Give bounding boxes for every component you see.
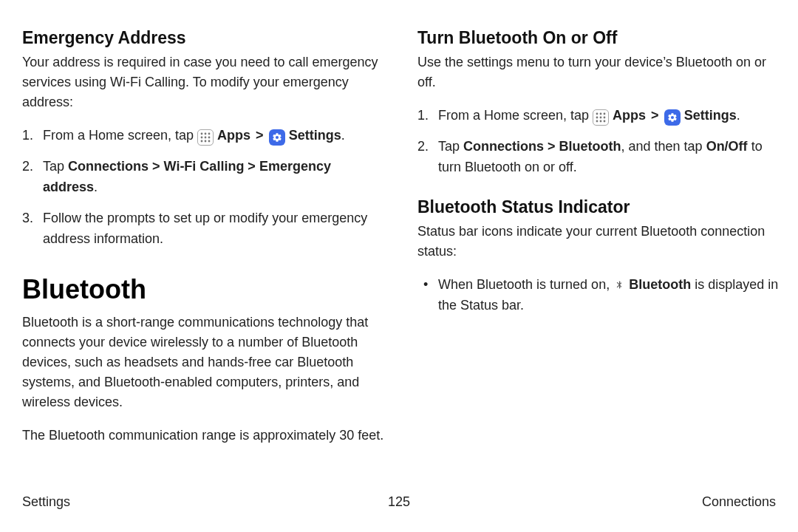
list-item: Follow the prompts to set up or modify y… [22,208,388,250]
heading-bluetooth: Bluetooth [22,274,388,305]
apps-icon [593,109,609,126]
bluetooth-icon [613,278,625,291]
paragraph-emergency-intro: Your address is required in case you nee… [22,52,388,112]
svg-point-14 [604,117,606,119]
list-item: Tap Connections > Bluetooth, and then ta… [417,137,783,178]
paragraph-bt-status: Status bar icons indicate your current B… [417,222,783,262]
paragraph-bluetooth-range: The Bluetooth communication range is app… [22,426,388,446]
step-text: From a Home screen, tap [43,128,197,143]
settings-label: Settings [684,108,737,123]
list-item: From a Home screen, tap Apps > Settings. [417,106,783,126]
footer-left: Settings [22,494,70,510]
svg-point-7 [205,140,207,143]
paragraph-bluetooth-desc: Bluetooth is a short-range communication… [22,313,388,412]
svg-point-6 [201,140,203,143]
apps-label: Apps [217,128,250,143]
settings-icon [269,129,285,146]
settings-label: Settings [289,128,341,143]
svg-point-1 [205,133,207,135]
heading-emergency-address: Emergency Address [22,28,388,48]
svg-point-9 [596,113,598,115]
breadcrumb-chevron: > [649,106,661,126]
bullet-list-status: When Bluetooth is turned on, Bluetooth i… [417,275,783,316]
apps-label: Apps [613,108,646,123]
left-column: Emergency Address Your address is requir… [22,28,388,488]
settings-icon [664,109,681,126]
breadcrumb-chevron: > [254,126,265,146]
svg-point-3 [201,137,203,139]
step-text: From a Home screen, tap [438,108,593,123]
svg-point-12 [596,117,598,119]
manual-page: Emergency Address Your address is requir… [0,0,798,488]
paragraph-turn-bt: Use the settings menu to turn your devic… [417,52,783,92]
right-column: Turn Bluetooth On or Off Use the setting… [417,28,783,488]
steps-turn-bt: From a Home screen, tap Apps > Settings.… [417,106,783,178]
svg-point-15 [596,120,598,123]
step-text: Tap [43,159,68,174]
period: . [341,128,345,143]
step-text: Tap [438,139,463,154]
list-item: From a Home screen, tap Apps > Settings. [22,126,388,146]
heading-bt-status: Bluetooth Status Indicator [417,197,783,217]
svg-point-2 [208,133,211,135]
footer-right: Connections [702,494,776,510]
steps-emergency: From a Home screen, tap Apps > Settings.… [22,126,388,249]
svg-point-11 [604,113,606,115]
list-item: When Bluetooth is turned on, Bluetooth i… [417,275,783,316]
page-footer: Settings 125 Connections [22,494,776,510]
bluetooth-label: Bluetooth [629,277,691,292]
path-bold1: Connections > Bluetooth [463,139,621,154]
mid-text: , and then tap [621,139,706,154]
svg-point-5 [208,137,211,139]
svg-point-8 [208,140,211,143]
path-bold2: On/Off [706,139,748,154]
footer-page-number: 125 [388,494,410,510]
svg-point-17 [604,120,606,123]
bullet-pre: When Bluetooth is turned on, [438,277,613,292]
period: . [737,108,740,123]
period: . [94,180,98,194]
svg-point-13 [600,117,602,119]
svg-point-0 [201,133,203,135]
heading-turn-bt: Turn Bluetooth On or Off [417,28,783,48]
svg-point-10 [600,113,602,115]
svg-point-4 [205,137,207,139]
list-item: Tap Connections > Wi-Fi Calling > Emerge… [22,157,388,198]
path-bold: Connections > Wi-Fi Calling > Emergency … [43,159,331,194]
svg-point-16 [600,120,602,123]
apps-icon [197,129,214,146]
